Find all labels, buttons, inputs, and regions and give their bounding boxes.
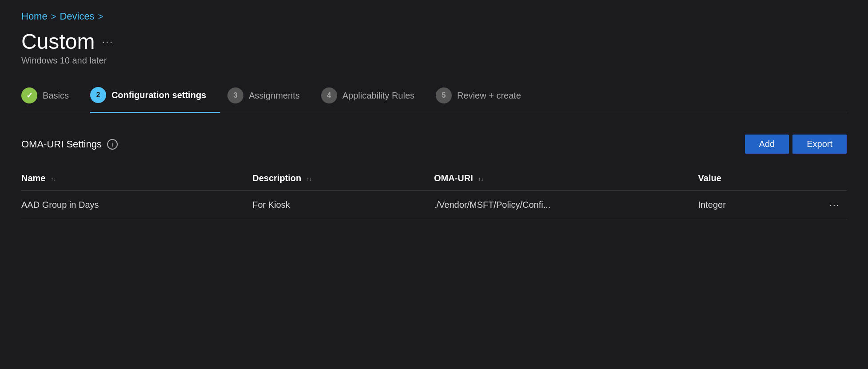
step-configuration-settings[interactable]: 2 Configuration settings <box>90 80 220 113</box>
step-config-label: Configuration settings <box>111 90 206 100</box>
steps-navigation: ✓ Basics 2 Configuration settings 3 Assi… <box>21 80 847 113</box>
info-icon[interactable]: i <box>107 139 118 150</box>
step-applicability-badge: 4 <box>321 87 337 103</box>
breadcrumb-sep2: > <box>98 12 104 22</box>
page-subtitle: Windows 10 and later <box>21 56 847 66</box>
step-review-label: Review + create <box>457 91 521 101</box>
add-button[interactable]: Add <box>745 135 789 154</box>
cell-name: AAD Group in Days <box>21 191 252 219</box>
sort-icon-description[interactable]: ↑↓ <box>307 176 312 182</box>
breadcrumb-sep1: > <box>51 12 56 22</box>
export-button[interactable]: Export <box>792 135 847 154</box>
step-config-badge: 2 <box>90 87 106 103</box>
col-header-value: Value <box>698 168 814 191</box>
page-header: Custom ··· Windows 10 and later <box>21 29 847 66</box>
step-basics-badge: ✓ <box>21 87 37 103</box>
sort-icon-oma-uri[interactable]: ↑↓ <box>478 176 483 182</box>
oma-uri-table: Name ↑↓ Description ↑↓ OMA-URI ↑↓ Value <box>21 168 847 219</box>
step-assignments-badge: 3 <box>227 87 243 103</box>
cell-description: For Kiosk <box>252 191 434 219</box>
breadcrumb-home[interactable]: Home <box>21 11 48 22</box>
cell-value: Integer <box>698 191 814 219</box>
step-assignments[interactable]: 3 Assignments <box>227 80 314 112</box>
col-header-description: Description ↑↓ <box>252 168 434 191</box>
page-title: Custom <box>21 29 95 54</box>
section-title-group: OMA-URI Settings i <box>21 139 118 150</box>
section-header: OMA-URI Settings i Add Export <box>21 135 847 154</box>
step-assignments-label: Assignments <box>249 91 300 101</box>
step-applicability-rules[interactable]: 4 Applicability Rules <box>321 80 429 112</box>
step-basics-label: Basics <box>43 91 69 101</box>
step-review-create[interactable]: 5 Review + create <box>436 80 535 112</box>
page-container: Home > Devices > Custom ··· Windows 10 a… <box>0 0 868 230</box>
step-basics[interactable]: ✓ Basics <box>21 80 83 112</box>
step-applicability-label: Applicability Rules <box>342 91 414 101</box>
check-icon: ✓ <box>26 91 33 100</box>
breadcrumb-devices[interactable]: Devices <box>60 11 94 22</box>
col-header-oma-uri: OMA-URI ↑↓ <box>434 168 698 191</box>
table-header-row: Name ↑↓ Description ↑↓ OMA-URI ↑↓ Value <box>21 168 847 191</box>
sort-icon-name[interactable]: ↑↓ <box>51 176 56 182</box>
more-options-button[interactable]: ··· <box>102 36 113 48</box>
cell-oma-uri: ./Vendor/MSFT/Policy/Confi... <box>434 191 698 219</box>
col-header-actions <box>814 168 847 191</box>
breadcrumb: Home > Devices > <box>21 11 847 22</box>
content-area: OMA-URI Settings i Add Export Name ↑↓ <box>21 135 847 219</box>
section-title: OMA-URI Settings <box>21 139 102 150</box>
cell-row-actions[interactable]: ··· <box>814 191 847 219</box>
table-row: AAD Group in Days For Kiosk ./Vendor/MSF… <box>21 191 847 219</box>
button-group: Add Export <box>745 135 847 154</box>
step-review-badge: 5 <box>436 87 452 103</box>
col-header-name: Name ↑↓ <box>21 168 252 191</box>
